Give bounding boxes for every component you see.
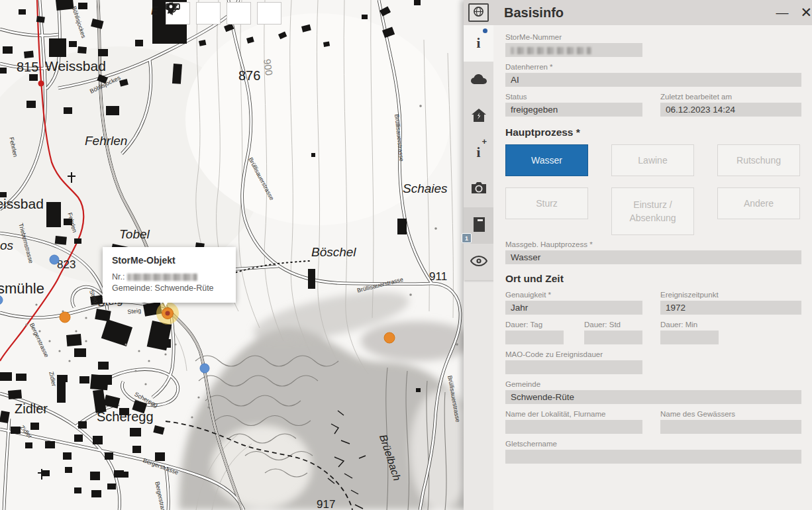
hauptprozess-options: Wasser Sturz Lawine Einsturz / Absenkung…	[505, 144, 801, 235]
selected-event-marker-core	[166, 311, 170, 316]
field-storme-nummer: StorMe-Nummer	[505, 33, 801, 57]
map-toolbar	[166, 2, 281, 25]
tab-damage[interactable]	[464, 98, 493, 134]
panel-tabstrip: i i+ 1	[464, 25, 493, 510]
gewaesser-input[interactable]	[660, 420, 801, 434]
field-label: Dauer: Std	[584, 321, 660, 329]
field-label: Dauer: Tag	[505, 321, 584, 329]
storme-nummer-input[interactable]	[505, 43, 642, 57]
field-gletschername: Gletschername	[505, 440, 801, 464]
popup-nr-label: Nr.:	[112, 272, 125, 283]
house-damage-icon	[471, 108, 487, 125]
field-label: Name des Gewässers	[660, 410, 801, 418]
field-label: Massgeb. Hauptprozess *	[505, 240, 801, 248]
mao-code-input[interactable]	[505, 360, 642, 374]
popup-title: StorMe-Objekt	[112, 255, 227, 266]
set-marker-button[interactable]	[257, 2, 281, 25]
info-plus-icon: i+	[477, 146, 481, 160]
field-label: Name der Lokalität, Flurname	[505, 410, 642, 418]
tab-additional-info[interactable]: i+	[464, 134, 493, 171]
field-gemeinde: Gemeinde Schwende-Rüte	[505, 380, 801, 404]
window-controls: — ✕	[770, 0, 812, 25]
tab-basisinfo[interactable]: i	[464, 25, 493, 62]
field-label: Datenherren *	[505, 63, 801, 71]
field-label: Gletschername	[505, 440, 801, 448]
event-marker-blue[interactable]	[50, 255, 60, 265]
locate-button[interactable]	[227, 2, 251, 25]
process-button-rutschung[interactable]: Rutschung	[717, 144, 800, 176]
process-button-wasser[interactable]: Wasser	[505, 144, 588, 176]
hauptprozess-heading: Hauptprozess *	[505, 127, 801, 138]
field-datenherren: Datenherren * AI	[505, 63, 801, 87]
process-button-lawine[interactable]: Lawine	[611, 144, 694, 176]
field-massgeb-hauptprozess: Massgeb. Hauptprozess * Wasser	[505, 240, 801, 264]
field-label: Zuletzt bearbeitet am	[660, 93, 801, 101]
popup-tail	[161, 297, 170, 311]
field-label: Gemeinde	[505, 380, 801, 388]
info-dot-icon: i	[477, 36, 481, 50]
dauer-tag-input[interactable]	[505, 331, 564, 344]
overview-map-button[interactable]	[468, 3, 489, 22]
field-label: Ereigniszeitpunkt	[660, 291, 801, 299]
popup-gemeinde-line: Gemeinde: Schwende-Rüte	[112, 283, 227, 294]
gemeinde-input[interactable]: Schwende-Rüte	[505, 390, 801, 404]
tab-weather[interactable]	[464, 62, 493, 98]
field-zuletzt-bearbeitet: Zuletzt bearbeitet am 06.12.2023 14:24	[660, 93, 801, 117]
globe-icon	[473, 6, 484, 20]
ort-und-zeit-heading: Ort und Zeit	[505, 273, 801, 285]
gletschername-input[interactable]	[505, 450, 801, 464]
status-input[interactable]: freigegeben	[505, 103, 642, 117]
field-genauigkeit: Genauigkeit * Jahr	[505, 291, 642, 315]
field-dauer-std: Dauer: Std	[584, 321, 660, 344]
lokalitaet-input[interactable]	[505, 420, 642, 434]
ereigniszeitpunkt-input[interactable]: 1972	[660, 301, 801, 315]
dauer-std-input[interactable]	[584, 331, 642, 344]
field-label: Dauer: Min	[660, 321, 719, 329]
datenherren-input[interactable]: AI	[505, 73, 801, 87]
field-dauer-min: Dauer: Min	[660, 321, 719, 344]
tab-documents[interactable]: 1	[464, 207, 493, 244]
map-canvas[interactable]: 815 Weissbad Fehrlen Weissbad os smühle …	[0, 0, 464, 510]
popup-nr-line: Nr.:	[112, 272, 227, 283]
field-label: MAO-Code zu Ereignisdauer	[505, 350, 801, 358]
dauer-min-input[interactable]	[660, 331, 719, 344]
process-button-sturz[interactable]: Sturz	[505, 187, 588, 219]
event-marker-orange[interactable]	[60, 312, 71, 323]
tab-photos[interactable]	[464, 171, 493, 207]
field-gewaesser: Name des Gewässers	[660, 410, 801, 434]
field-lokalitaet: Name der Lokalität, Flurname	[505, 410, 642, 434]
massgeb-hauptprozess-input[interactable]: Wasser	[505, 250, 801, 264]
map-popup: StorMe-Objekt Nr.: Gemeinde: Schwende-Rü…	[103, 247, 236, 303]
cloud-icon	[470, 73, 487, 87]
basisinfo-form: StorMe-Nummer Datenherren * AI Status fr…	[493, 25, 812, 510]
event-marker-orange[interactable]	[384, 332, 395, 344]
process-button-andere[interactable]: Andere	[717, 187, 800, 219]
event-marker-blue[interactable]	[200, 364, 210, 374]
genauigkeit-input[interactable]: Jahr	[505, 301, 642, 315]
draw-button[interactable]	[196, 2, 221, 25]
minimize-button[interactable]: —	[770, 0, 794, 25]
popup-nr-redacted-value	[127, 274, 197, 281]
process-button-einsturz-absenkung[interactable]: Einsturz / Absenkung	[611, 187, 694, 235]
panel-title: Basisinfo	[504, 5, 564, 21]
tab-visibility[interactable]	[464, 244, 493, 280]
documents-count-badge: 1	[462, 233, 472, 243]
zuletzt-bearbeitet-input[interactable]: 06.12.2023 14:24	[660, 103, 801, 117]
field-label: Genauigkeit *	[505, 291, 642, 299]
document-icon	[472, 217, 485, 235]
field-status: Status freigegeben	[505, 93, 642, 117]
field-label: StorMe-Nummer	[505, 33, 801, 41]
railway-stop-dot	[38, 81, 44, 87]
basisinfo-panel: Basisinfo — ✕ i i+ 1	[464, 0, 812, 510]
field-ereigniszeitpunkt: Ereigniszeitpunkt 1972	[660, 291, 801, 315]
close-button[interactable]: ✕	[794, 0, 812, 25]
panel-header: Basisinfo — ✕	[464, 0, 812, 25]
field-dauer-tag: Dauer: Tag	[505, 321, 584, 344]
field-label: Status	[505, 93, 642, 101]
camera-icon	[471, 181, 487, 197]
field-mao-code: MAO-Code zu Ereignisdauer	[505, 350, 801, 374]
app-window: 815 Weissbad Fehrlen Weissbad os smühle …	[0, 0, 812, 510]
eye-icon	[470, 256, 487, 269]
